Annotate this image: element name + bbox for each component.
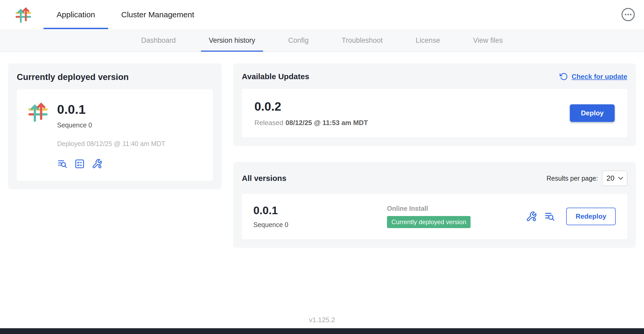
version-sequence: Sequence 0 — [253, 221, 387, 229]
version-number: 0.0.1 — [253, 204, 387, 217]
released-date: 08/12/25 @ 11:53 am MDT — [286, 119, 368, 127]
check-for-update-link[interactable]: Check for update — [560, 72, 627, 81]
right-column: Available Updates Check for update 0.0.2… — [233, 63, 636, 248]
results-per-page: Results per page: 20 — [547, 171, 627, 186]
file-search-icon[interactable] — [544, 211, 555, 222]
file-search-icon[interactable] — [57, 159, 68, 169]
available-updates-card: Available Updates Check for update 0.0.2… — [233, 63, 636, 146]
update-version-number: 0.0.2 — [254, 99, 368, 114]
app-sub-navigation: Dashboard Version history Config Trouble… — [0, 29, 644, 52]
status-badge: Currently deployed version — [387, 216, 471, 228]
wrench-gear-icon[interactable] — [92, 159, 102, 169]
update-info: 0.0.2 Released08/12/25 @ 11:53 am MDT — [254, 99, 368, 127]
all-versions-header: All versions Results per page: 20 — [242, 171, 627, 186]
wrench-gear-icon[interactable] — [526, 211, 537, 222]
top-navigation: Application Cluster Management — [0, 0, 644, 29]
deployed-sequence: Sequence 0 — [57, 121, 165, 129]
all-versions-card: All versions Results per page: 20 0.0.1 … — [233, 162, 636, 248]
version-row: 0.0.1 Sequence 0 Online Install Currentl… — [242, 194, 627, 239]
install-type-label: Online Install — [387, 205, 526, 212]
deployed-action-icons — [57, 159, 165, 169]
available-update-row: 0.0.2 Released08/12/25 @ 11:53 am MDT De… — [242, 89, 627, 137]
deployed-version-number: 0.0.1 — [57, 102, 165, 117]
console-version: v1.125.2 — [309, 316, 335, 324]
results-per-page-value: 20 — [607, 174, 614, 182]
check-for-update-label: Check for update — [572, 73, 627, 81]
version-history-page: Currently deployed version 0.0.1 Sequenc… — [0, 52, 644, 316]
tab-view-files[interactable]: View files — [465, 29, 511, 52]
tab-version-history[interactable]: Version history — [201, 29, 263, 52]
version-row-info: 0.0.1 Sequence 0 — [253, 204, 387, 229]
available-updates-header: Available Updates Check for update — [242, 72, 627, 81]
all-versions-title: All versions — [242, 174, 286, 183]
checklist-icon[interactable] — [74, 159, 85, 169]
tab-dashboard[interactable]: Dashboard — [133, 29, 184, 52]
deployed-timestamp: Deployed 08/12/25 @ 11:40 am MDT — [57, 140, 165, 148]
tab-cluster-management[interactable]: Cluster Management — [108, 0, 207, 29]
topnav-spacer — [207, 0, 621, 29]
results-per-page-select[interactable]: 20 — [602, 171, 627, 186]
update-released-line: Released08/12/25 @ 11:53 am MDT — [254, 119, 368, 127]
tab-config[interactable]: Config — [280, 29, 316, 52]
app-logo-icon — [15, 0, 32, 29]
tab-license[interactable]: License — [408, 29, 448, 52]
primary-tabs: Application Cluster Management — [43, 0, 207, 29]
bottom-bar — [0, 328, 644, 334]
app-logo-icon — [27, 101, 49, 169]
currently-deployed-title: Currently deployed version — [17, 72, 213, 82]
tab-application[interactable]: Application — [43, 0, 108, 29]
results-per-page-label: Results per page: — [547, 175, 598, 182]
deployed-version-panel: 0.0.1 Sequence 0 Deployed 08/12/25 @ 11:… — [17, 89, 213, 181]
available-updates-title: Available Updates — [242, 72, 309, 81]
ellipsis-icon[interactable] — [621, 8, 635, 21]
version-row-status: Online Install Currently deployed versio… — [387, 205, 526, 228]
currently-deployed-card: Currently deployed version 0.0.1 Sequenc… — [8, 63, 222, 189]
version-row-actions: Redeploy — [526, 208, 616, 225]
tab-troubleshoot[interactable]: Troubleshoot — [334, 29, 391, 52]
released-prefix: Released — [254, 119, 283, 127]
console-version-footer: v1.125.2 — [0, 316, 644, 328]
tab-cluster-management-label: Cluster Management — [121, 10, 194, 19]
refresh-icon — [560, 72, 568, 81]
deploy-button[interactable]: Deploy — [570, 104, 615, 122]
redeploy-button[interactable]: Redeploy — [566, 208, 616, 225]
left-column: Currently deployed version 0.0.1 Sequenc… — [8, 63, 222, 189]
chevron-down-icon — [618, 177, 623, 180]
deployed-version-details: 0.0.1 Sequence 0 Deployed 08/12/25 @ 11:… — [57, 101, 165, 169]
tab-application-label: Application — [57, 10, 95, 19]
